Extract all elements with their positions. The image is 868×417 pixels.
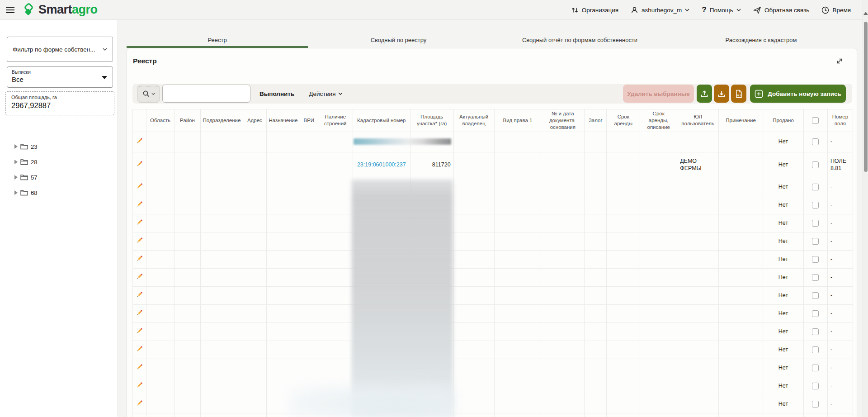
search-button[interactable] <box>137 85 160 103</box>
user-menu[interactable]: ashurbegov_m <box>631 6 689 14</box>
tree-node-23[interactable]: 23 <box>14 141 118 152</box>
add-record-button[interactable]: Добавить новую запись <box>750 85 846 103</box>
address-cell <box>243 413 266 417</box>
ownership-filter-picker-button[interactable] <box>97 37 113 62</box>
extracts-select[interactable]: Выписки Все <box>7 66 113 88</box>
tree-node-68[interactable]: 68 <box>14 187 118 198</box>
tree-expand-icon[interactable] <box>14 190 18 195</box>
edit-row-button[interactable] <box>136 291 143 299</box>
expand-icon[interactable] <box>835 56 846 66</box>
subdivision-cell <box>200 286 243 304</box>
edit-row-button[interactable] <box>136 237 143 244</box>
edit-row-button[interactable] <box>136 160 143 168</box>
upload-button[interactable] <box>697 85 712 103</box>
organization-menu[interactable]: Организация <box>571 6 618 14</box>
right_type-cell <box>494 214 541 232</box>
tree-expand-icon[interactable] <box>14 175 18 180</box>
tab-registry-summary[interactable]: Сводный по реестру <box>308 33 489 48</box>
col-header-sold: Продано <box>763 109 804 132</box>
download-button[interactable] <box>714 85 729 103</box>
plot_area-cell: 811720 <box>410 152 453 178</box>
subdivision-cell <box>200 268 243 286</box>
search-input[interactable] <box>162 85 250 103</box>
edit-row-button[interactable] <box>136 327 143 335</box>
table-row: Нет- <box>133 232 853 250</box>
col-header-actual_owner: Актуальный владелец <box>453 109 494 132</box>
note-cell <box>719 322 763 341</box>
edit-row-button[interactable] <box>136 255 143 262</box>
scroll-up-arrow-icon[interactable] <box>863 12 868 15</box>
tab-registry[interactable]: Реестр <box>127 33 308 48</box>
subdivision-cell <box>200 214 243 232</box>
row-checkbox[interactable] <box>812 220 819 227</box>
edit-row-button[interactable] <box>136 218 143 226</box>
time-button[interactable]: Время <box>821 6 851 14</box>
vertical-scrollbar[interactable] <box>863 0 868 417</box>
chevron-down-icon <box>338 92 343 95</box>
right_type-cell <box>494 395 541 413</box>
row-checkbox[interactable] <box>812 365 819 371</box>
actions-menu-button[interactable]: Действия <box>309 90 343 97</box>
row-checkbox[interactable] <box>812 161 819 168</box>
row-checkbox[interactable] <box>812 310 819 317</box>
region-cell <box>146 132 175 152</box>
scrollbar-thumb[interactable] <box>864 22 868 172</box>
edit-row-button[interactable] <box>136 345 143 353</box>
edit-row-button[interactable] <box>136 200 143 208</box>
tree-node-28[interactable]: 28 <box>14 156 118 167</box>
edit-row-button[interactable] <box>136 137 143 145</box>
tab-ownership-summary[interactable]: Сводный отчёт по формам собственности <box>489 33 670 48</box>
row-checkbox[interactable] <box>812 238 819 245</box>
note-cell <box>719 304 763 322</box>
menu-icon[interactable] <box>4 3 19 17</box>
report-tabs: Реестр Сводный по реестру Сводный отчёт … <box>127 33 852 48</box>
district-cell <box>174 268 200 286</box>
row-checkbox[interactable] <box>812 346 819 353</box>
tree-node-57[interactable]: 57 <box>14 172 118 183</box>
xls-file-icon: XLS <box>735 90 743 98</box>
download-xls-button[interactable]: XLS <box>731 85 746 103</box>
purpose-cell <box>266 250 300 268</box>
vri-cell <box>300 359 318 377</box>
right_type-cell <box>494 377 541 395</box>
edit-cell <box>133 250 146 268</box>
edit-row-button[interactable] <box>136 182 143 190</box>
row-checkbox[interactable] <box>812 292 819 299</box>
tree-node-label: 57 <box>31 174 37 181</box>
ownership-filter[interactable]: Фильтр по форме собствен... <box>7 37 113 62</box>
edit-row-button[interactable] <box>136 381 143 389</box>
row-checkbox[interactable] <box>812 328 819 335</box>
buildings-cell <box>318 341 353 359</box>
edit-row-button[interactable] <box>136 273 143 280</box>
edit-cell <box>133 232 146 250</box>
edit-cell <box>133 132 146 152</box>
tab-cadastre-discrepancies[interactable]: Расхождения с кадастром <box>670 33 852 48</box>
row-checkbox[interactable] <box>812 274 819 281</box>
select-all-checkbox[interactable] <box>812 117 819 124</box>
row-checkbox[interactable] <box>812 401 819 408</box>
district-cell <box>174 132 200 152</box>
pledge-cell <box>585 304 607 322</box>
tree-expand-icon[interactable] <box>14 144 18 149</box>
registry-table: ОбластьРайонПодразделениеАдресНазначение… <box>132 109 853 417</box>
row-checkbox[interactable] <box>812 202 819 208</box>
row-checkbox[interactable] <box>812 256 819 263</box>
row-checkbox[interactable] <box>812 184 819 190</box>
feedback-button[interactable]: Обратная связь <box>753 6 809 14</box>
tree-expand-icon[interactable] <box>14 160 18 164</box>
time-label: Время <box>832 7 851 14</box>
edit-row-button[interactable] <box>136 309 143 317</box>
select-cell <box>803 304 827 322</box>
cadastral-number-link[interactable]: 23:19:0601000:237 <box>357 161 406 168</box>
row-checkbox[interactable] <box>812 383 819 389</box>
edit-row-button[interactable] <box>136 399 143 407</box>
run-button[interactable]: Выполнить <box>259 90 294 97</box>
edit-row-button[interactable] <box>136 363 143 371</box>
search-icon <box>142 90 150 98</box>
note-cell <box>719 413 763 417</box>
help-menu[interactable]: ? Помощь <box>702 5 741 14</box>
region-cell <box>146 214 175 232</box>
row-checkbox[interactable] <box>812 138 819 145</box>
folder-icon <box>20 143 28 150</box>
delete-selected-button[interactable]: Удалить выбранные <box>623 85 694 103</box>
